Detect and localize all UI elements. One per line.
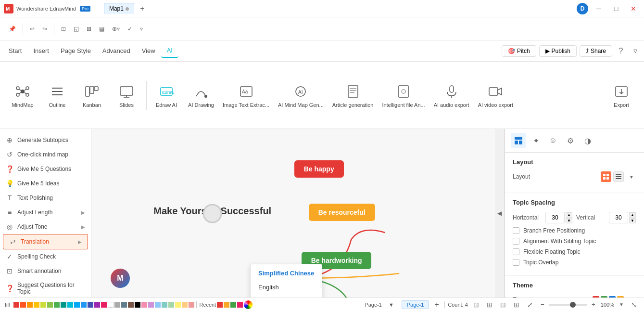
tool-7[interactable]: ▿ [137, 24, 146, 34]
redo-button[interactable]: ↪ [39, 24, 50, 34]
vertical-up[interactable]: ▲ [629, 212, 636, 218]
palette-light-pink[interactable] [141, 302, 147, 308]
tool-ai-audio[interactable]: AI audio export [430, 80, 473, 111]
palette-light-green[interactable] [47, 302, 53, 308]
right-tab-theme[interactable]: ◑ [580, 133, 595, 148]
tool-edraw-ai[interactable]: EdrawAI Edraw AI [150, 80, 183, 111]
tool-2[interactable]: ◱ [71, 24, 82, 34]
minimize-button[interactable]: ─ [592, 2, 606, 15]
adjust-tone-item[interactable]: ◎ Adjust Tone ▶ [0, 220, 91, 234]
color-picker-button[interactable] [244, 300, 253, 309]
recent-red[interactable] [217, 302, 223, 308]
fit-width-button[interactable]: ⤡ [629, 299, 639, 310]
tool-ai-drawing[interactable]: AI Drawing [184, 80, 218, 111]
branch-free-checkbox[interactable] [513, 227, 519, 234]
fullscreen-button[interactable]: ⤢ [525, 299, 535, 310]
suggest-questions-item[interactable]: ❓ Suggest Questions for Topic [0, 278, 91, 298]
tool-4[interactable]: ▤ [96, 24, 107, 34]
view-mode-2[interactable]: ⊡ [498, 299, 508, 310]
view-mode-3[interactable]: ⊞ [511, 299, 522, 310]
recent-yellow[interactable] [224, 302, 229, 308]
palette-green[interactable] [54, 302, 60, 308]
flexible-floating-checkbox[interactable] [513, 248, 519, 255]
topic-be-happy[interactable]: Be happy [294, 160, 344, 178]
vertical-down[interactable]: ▼ [629, 218, 636, 223]
tool-1[interactable]: ⊡ [58, 24, 69, 34]
topic-be-resourceful[interactable]: Be resourceful [309, 204, 375, 221]
translation-option-english[interactable]: English [251, 280, 322, 294]
menu-start[interactable]: Start [3, 44, 27, 57]
map-tab[interactable]: Map1 [104, 3, 134, 14]
palette-light-red[interactable] [189, 302, 194, 308]
tool-export[interactable]: Export [605, 80, 638, 111]
tool-ai-video[interactable]: AI video export [474, 80, 517, 111]
page-tab-1[interactable]: Page-1 [402, 300, 429, 309]
right-tab-layout[interactable] [511, 133, 526, 148]
tool-intelligent-file[interactable]: Intelligent file An... [378, 80, 429, 111]
translation-option-simplified-chinese[interactable]: Simplified Chinese [251, 266, 322, 280]
menu-advanced[interactable]: Advanced [97, 44, 136, 57]
menu-ai[interactable]: AI [161, 44, 178, 58]
tool-3[interactable]: ⊞ [84, 24, 94, 34]
zoom-in-button[interactable]: + [589, 300, 598, 309]
undo-button[interactable]: ↩ [27, 24, 38, 34]
palette-brown[interactable] [128, 302, 134, 308]
zoom-slider[interactable] [549, 304, 587, 306]
help-button[interactable]: ? [615, 45, 627, 57]
recent-pink[interactable] [237, 302, 243, 308]
tool-ai-mindmap-gen[interactable]: AI AI Mind Map Gen... [274, 80, 328, 111]
vertical-input[interactable]: ▲ ▼ [609, 212, 636, 223]
view-mode-1[interactable]: ⊞ [484, 299, 495, 310]
palette-light-yellow[interactable] [175, 302, 181, 308]
page-add-button[interactable]: + [432, 300, 442, 310]
translation-option-japanese[interactable]: Japanese [251, 294, 322, 298]
tool-mindmap[interactable]: MindMap [6, 80, 39, 111]
translation-item[interactable]: ⇄ Translation ▶ [3, 234, 88, 249]
topic-overlap-checkbox[interactable] [513, 259, 519, 266]
page-tab-dropdown[interactable]: ▼ [384, 301, 399, 309]
spelling-check-item[interactable]: ✓ Spelling Check [0, 249, 91, 264]
publish-button[interactable]: ▶ Publish [539, 45, 577, 57]
palette-red[interactable] [13, 302, 19, 308]
user-avatar[interactable]: D [577, 3, 588, 14]
palette-blue-gray[interactable] [121, 302, 127, 308]
palette-lime[interactable] [40, 302, 46, 308]
give-5-ideas-item[interactable]: 💡 Give Me 5 Ideas [0, 176, 91, 191]
close-button[interactable]: ✕ [627, 2, 640, 15]
right-tab-ai[interactable]: ✦ [528, 133, 543, 148]
tool-5[interactable]: ⊕▿ [109, 24, 123, 34]
menu-insert[interactable]: Insert [27, 44, 55, 57]
menu-view[interactable]: View [136, 44, 161, 57]
horizontal-up[interactable]: ▲ [566, 212, 572, 218]
pitch-button[interactable]: 🎯 Pitch [502, 45, 536, 57]
palette-light-green2[interactable] [168, 302, 174, 308]
fit-page-button[interactable]: ⊡ [471, 299, 481, 310]
palette-indigo[interactable] [88, 302, 93, 308]
palette-gray[interactable] [114, 302, 120, 308]
smart-annotation-item[interactable]: ⊡ Smart annotation [0, 264, 91, 278]
palette-light-blue2[interactable] [155, 302, 161, 308]
menu-page-style[interactable]: Page Style [55, 44, 97, 57]
give-5-questions-item[interactable]: ❓ Give Me 5 Questions [0, 162, 91, 176]
layout-opt-grid[interactable] [601, 171, 611, 182]
alignment-sibling-checkbox[interactable] [513, 238, 519, 245]
adjust-length-item[interactable]: ≡ Adjust Length ▶ [0, 205, 91, 220]
new-tab-button[interactable]: + [137, 3, 148, 14]
share-button[interactable]: ⤴ Share [580, 45, 612, 57]
palette-light-orange[interactable] [182, 302, 188, 308]
zoom-dropdown[interactable]: ▼ [617, 300, 626, 309]
palette-teal[interactable] [61, 302, 66, 308]
text-polishing-item[interactable]: T Text Polishing [0, 191, 91, 205]
layout-dropdown-arrow[interactable]: ▼ [627, 172, 636, 181]
tool-6[interactable]: ✓ [125, 24, 135, 34]
layout-opt-list[interactable] [613, 171, 624, 182]
horizontal-down[interactable]: ▼ [566, 218, 572, 223]
palette-orange-red[interactable] [20, 302, 26, 308]
palette-cyan[interactable] [67, 302, 73, 308]
palette-purple[interactable] [94, 302, 100, 308]
palette-yellow[interactable] [34, 302, 39, 308]
pin-button[interactable]: 📌 [6, 24, 19, 34]
palette-light-purple[interactable] [148, 302, 154, 308]
right-tab-emoji[interactable]: ☺ [545, 133, 561, 148]
horizontal-input[interactable]: ▲ ▼ [545, 212, 572, 223]
